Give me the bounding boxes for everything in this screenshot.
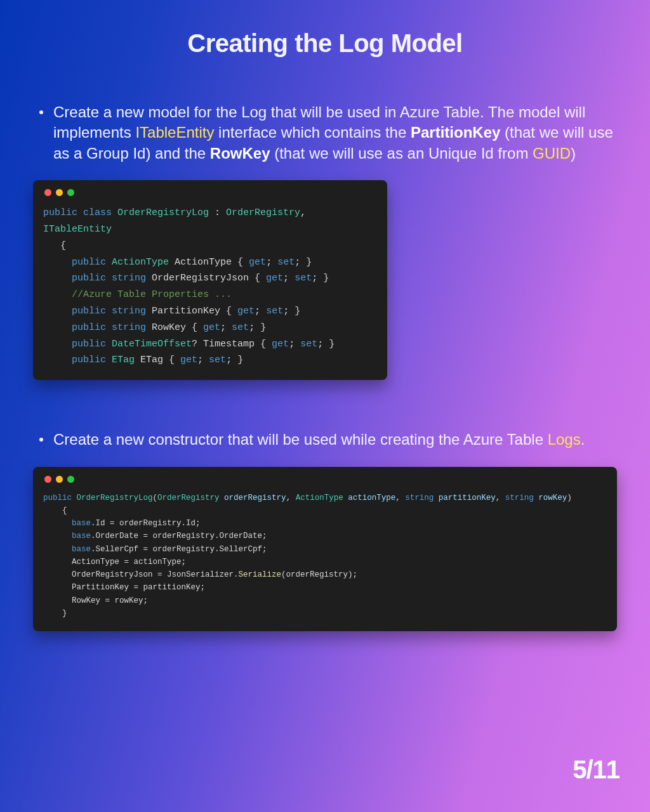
maximize-icon	[67, 189, 74, 196]
code-2: public OrderRegistryLog(OrderRegistry or…	[43, 492, 607, 620]
code-block-2: public OrderRegistryLog(OrderRegistry or…	[33, 467, 617, 632]
bullet-item-1: Create a new model for the Log that will…	[33, 102, 617, 164]
bullet1-partitionkey: PartitionKey	[411, 124, 500, 141]
bullet1-rowkey: RowKey	[210, 145, 270, 162]
bullet2-text1: Create a new constructor that will be us…	[53, 431, 548, 448]
page-number: 5/11	[573, 756, 620, 784]
bullet-item-2: Create a new constructor that will be us…	[33, 429, 617, 450]
window-controls	[43, 189, 377, 196]
bullet2-text3: .	[581, 431, 585, 448]
close-icon	[44, 476, 51, 483]
code-1: public class OrderRegistryLog : OrderReg…	[43, 205, 377, 369]
window-controls	[43, 476, 607, 483]
minimize-icon	[56, 189, 63, 196]
code-block-1: public class OrderRegistryLog : OrderReg…	[33, 180, 387, 380]
bullet1-text9: )	[571, 145, 576, 162]
content-area: Create a new model for the Log that will…	[0, 58, 650, 631]
maximize-icon	[67, 476, 74, 483]
bullet1-guid: GUID	[533, 145, 571, 162]
bullet1-text7: (that we will use as an Unique Id from	[270, 145, 533, 162]
minimize-icon	[56, 476, 63, 483]
bullet2-logs: Logs	[548, 431, 581, 448]
page-title: Creating the Log Model	[0, 0, 650, 58]
close-icon	[44, 189, 51, 196]
bullet1-text3: interface which contains the	[214, 124, 411, 141]
bullet1-itableentity: ITableEntity	[135, 124, 214, 141]
